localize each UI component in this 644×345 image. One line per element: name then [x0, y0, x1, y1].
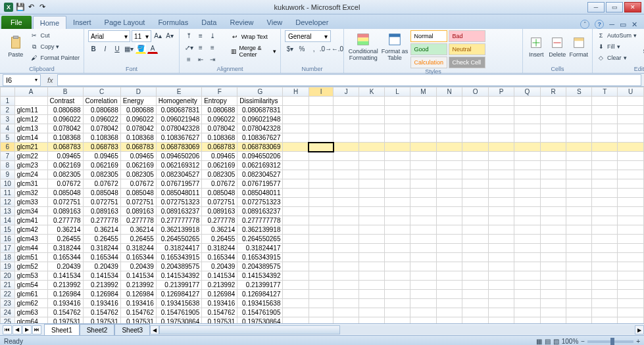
format-cells-button[interactable]: Format: [569, 30, 588, 63]
cell-N6[interactable]: [436, 143, 462, 152]
cell-H3[interactable]: [283, 115, 309, 124]
cell-F1[interactable]: Entropy: [202, 97, 237, 106]
cell-I12[interactable]: [309, 198, 334, 207]
cell-H18[interactable]: [283, 253, 309, 262]
shrink-font-icon[interactable]: A▾: [164, 30, 175, 41]
close-button[interactable]: ✕: [624, 2, 641, 12]
italic-button[interactable]: I: [100, 43, 111, 54]
cell-U17[interactable]: [618, 244, 644, 253]
cell-L13[interactable]: [385, 207, 410, 216]
cell-R1[interactable]: [540, 97, 566, 106]
cell-S15[interactable]: [566, 225, 592, 235]
cell-H17[interactable]: [283, 244, 309, 253]
sheet-nav-prev-icon[interactable]: ◀: [12, 325, 22, 334]
cell-E12[interactable]: 0.072751323: [156, 198, 201, 207]
cell-L1[interactable]: [385, 97, 410, 106]
cell-K6[interactable]: [359, 143, 384, 152]
cell-F14[interactable]: 0.277778: [202, 216, 237, 225]
cell-F7[interactable]: 0.09465: [202, 152, 237, 161]
cell-U14[interactable]: [618, 216, 644, 225]
cell-O8[interactable]: [462, 161, 489, 170]
cell-M9[interactable]: [410, 170, 436, 179]
cell-E19[interactable]: 0.204389575: [156, 262, 201, 271]
spreadsheet-grid[interactable]: ABCDEFGHIJKLMNOPQRSTU1ContrastCorrelatio…: [0, 87, 644, 323]
autosum-button[interactable]: ΣAutoSum ▾: [597, 30, 637, 41]
cell-H12[interactable]: [283, 198, 309, 207]
cell-J15[interactable]: [334, 225, 359, 235]
cell-R10[interactable]: [540, 179, 566, 189]
cell-U23[interactable]: [618, 299, 644, 308]
cell-H14[interactable]: [283, 216, 309, 225]
cell-Q3[interactable]: [514, 115, 541, 124]
grow-font-icon[interactable]: A▴: [153, 30, 163, 41]
comma-icon[interactable]: ,: [309, 43, 319, 54]
cell-T23[interactable]: [592, 299, 618, 308]
cell-A22[interactable]: glcm61: [14, 290, 47, 299]
cell-P5[interactable]: [488, 133, 514, 143]
cell-R22[interactable]: [540, 290, 566, 299]
cell-O6[interactable]: [462, 143, 489, 152]
cell-I20[interactable]: [309, 271, 334, 281]
col-header-B[interactable]: B: [47, 87, 83, 97]
cell-B9[interactable]: 0.082305: [47, 170, 83, 179]
cell-N12[interactable]: [436, 198, 462, 207]
tab-home[interactable]: Home: [33, 16, 66, 29]
view-normal-icon[interactable]: ▦: [536, 338, 542, 345]
cell-F4[interactable]: 0.078042: [202, 124, 237, 133]
cell-K4[interactable]: [359, 124, 384, 133]
cell-I11[interactable]: [309, 189, 334, 198]
cell-L7[interactable]: [385, 152, 410, 161]
cell-U2[interactable]: [618, 106, 644, 115]
cell-U25[interactable]: [618, 317, 644, 324]
cell-M15[interactable]: [410, 225, 436, 235]
row-header-4[interactable]: 4: [1, 124, 15, 133]
cell-M3[interactable]: [410, 115, 436, 124]
cell-B4[interactable]: 0.078042: [47, 124, 83, 133]
row-header-23[interactable]: 23: [1, 299, 15, 308]
cell-M10[interactable]: [410, 179, 436, 189]
cell-A13[interactable]: glcm34: [14, 207, 47, 216]
inc-decimal-icon[interactable]: .0→: [320, 43, 331, 54]
cell-F9[interactable]: 0.082305: [202, 170, 237, 179]
cell-Q15[interactable]: [514, 225, 541, 235]
cell-D7[interactable]: 0.09465: [120, 152, 156, 161]
cell-C4[interactable]: 0.078042: [83, 124, 120, 133]
cell-J4[interactable]: [334, 124, 359, 133]
cell-S20[interactable]: [566, 271, 592, 281]
cell-K14[interactable]: [359, 216, 384, 225]
cell-G6[interactable]: 0.068783069: [237, 143, 283, 152]
cell-G17[interactable]: 0.31824417: [237, 244, 283, 253]
cell-M13[interactable]: [410, 207, 436, 216]
cell-T11[interactable]: [592, 189, 618, 198]
cell-H11[interactable]: [283, 189, 309, 198]
cell-K13[interactable]: [359, 207, 384, 216]
cell-C16[interactable]: 0.26455: [83, 235, 120, 244]
cell-G8[interactable]: 0.062169312: [237, 161, 283, 170]
tab-view[interactable]: View: [260, 16, 289, 29]
align-bottom-icon[interactable]: ⤓: [207, 30, 218, 41]
cell-P15[interactable]: [488, 225, 514, 235]
cell-J19[interactable]: [334, 262, 359, 271]
cell-I18[interactable]: [309, 253, 334, 262]
cell-J18[interactable]: [334, 253, 359, 262]
row-header-1[interactable]: 1: [1, 97, 15, 106]
tab-review[interactable]: Review: [223, 16, 260, 29]
fx-icon[interactable]: fx: [43, 76, 57, 84]
cell-M5[interactable]: [410, 133, 436, 143]
cell-T3[interactable]: [592, 115, 618, 124]
cell-M17[interactable]: [410, 244, 436, 253]
cell-F17[interactable]: 0.318244: [202, 244, 237, 253]
cell-R19[interactable]: [540, 262, 566, 271]
cell-H25[interactable]: [283, 317, 309, 324]
cell-H23[interactable]: [283, 299, 309, 308]
cell-R6[interactable]: [540, 143, 566, 152]
cell-P8[interactable]: [488, 161, 514, 170]
cell-L17[interactable]: [385, 244, 410, 253]
cell-B3[interactable]: 0.096022: [47, 115, 83, 124]
cell-P1[interactable]: [488, 97, 514, 106]
col-header-S[interactable]: S: [566, 87, 592, 97]
cell-O24[interactable]: [462, 308, 489, 317]
cell-I16[interactable]: [309, 235, 334, 244]
cell-H2[interactable]: [283, 106, 309, 115]
doc-min-icon[interactable]: ─: [609, 20, 614, 28]
